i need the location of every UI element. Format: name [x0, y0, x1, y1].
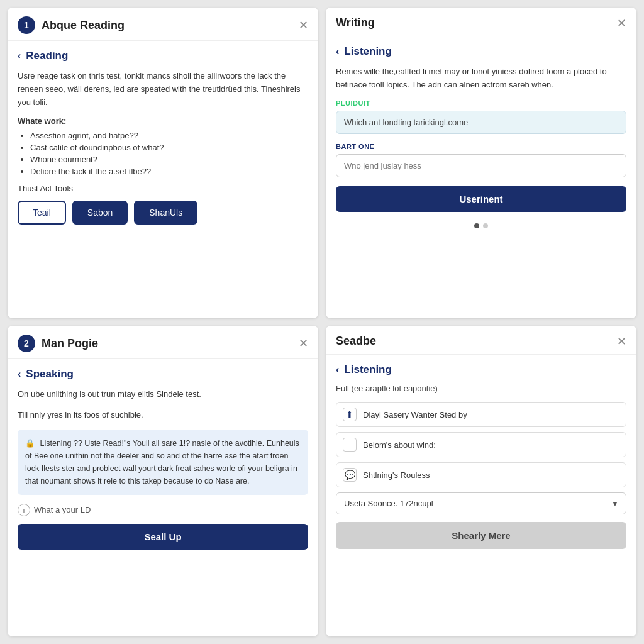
seadbe-item-1[interactable]: ⬆ Dlayl Sasery Wanter Sted by: [336, 402, 626, 427]
list-item: Assestion agrint, and hatpe??: [30, 131, 308, 140]
dot-2: [483, 223, 488, 228]
writing-panel: Writing ✕ ‹ Listening Remes wille the,ea…: [326, 8, 636, 318]
speaking-step-indicator: i What a your LD: [18, 504, 308, 516]
seadbe-back-arrow[interactable]: ‹: [336, 364, 339, 375]
seadbe-item-2[interactable]: Belom's about wind:: [336, 432, 626, 457]
seadbe-section-nav: ‹ Listening: [336, 364, 626, 376]
reading-panel: 1 Abque Reading ✕ ‹ Reading Usre reage t…: [8, 8, 318, 318]
reading-panel-title: Abque Reading: [42, 19, 292, 32]
speaking-section-title: Speaking: [26, 368, 74, 380]
checkbox-chat[interactable]: 💬: [343, 468, 357, 482]
lock-icon: 🔒: [25, 437, 35, 450]
reading-panel-header: 1 Abque Reading ✕: [8, 8, 318, 41]
step-circle: i: [18, 504, 30, 516]
list-item: Whone eourment?: [30, 155, 308, 164]
writing-back-arrow[interactable]: ‹: [336, 46, 339, 57]
writing-panel-title: Writing: [336, 16, 611, 30]
writing-field2-label: BART ONE: [336, 143, 626, 150]
seadbe-item-3-label: Shtlning's Rouless: [363, 470, 430, 480]
seadbe-panel: Seadbe ✕ ‹ Listening Full (ee araptle lo…: [326, 326, 636, 636]
writing-field1-label: PLUIDUIT: [336, 99, 626, 107]
writing-section-nav: ‹ Listening: [336, 45, 626, 58]
speaking-info-box: 🔒 Listening ?? Uste Read!"s Youll ail sa…: [18, 430, 308, 495]
seadbe-sub-text: Full (ee araptle lot eapontie): [336, 384, 626, 393]
writing-field2-input[interactable]: [336, 154, 626, 177]
speaking-seall-button[interactable]: Seall Up: [18, 524, 308, 550]
reading-action-label: Thust Act Tools: [18, 184, 308, 193]
reading-close-button[interactable]: ✕: [299, 19, 308, 31]
seadbe-section-title: Listening: [344, 364, 392, 376]
reading-sub-label: Whate work:: [18, 116, 308, 126]
reading-button-row: Teail Sabon ShanUls: [18, 201, 308, 225]
seadbe-panel-title: Seadbe: [336, 335, 611, 348]
reading-panel-body: ‹ Reading Usre reage task on thris test,…: [8, 41, 318, 318]
seadbe-dropdown[interactable]: Useta Soonce. 172ncupl: [336, 492, 626, 514]
seadbe-item-1-label: Dlayl Sasery Wanter Sted by: [363, 410, 467, 419]
reading-back-arrow[interactable]: ‹: [18, 50, 21, 62]
seadbe-dropdown-wrapper: Useta Soonce. 172ncupl ▼: [336, 492, 626, 514]
upload-icon: ⬆: [346, 409, 353, 419]
seadbe-item-3[interactable]: 💬 Shtlning's Rouless: [336, 462, 626, 487]
speaking-panel-title: Man Pogie: [42, 337, 292, 350]
reading-bullet-list: Assestion agrint, and hatpe?? Cast calil…: [18, 131, 308, 176]
speaking-close-button[interactable]: ✕: [299, 338, 308, 349]
speaking-panel-body: ‹ Speaking On ube unlithing is out trun …: [8, 359, 318, 636]
speaking-back-arrow[interactable]: ‹: [18, 369, 21, 380]
seadbe-shearly-button[interactable]: Shearly Mere: [336, 522, 626, 549]
chat-icon: 💬: [345, 470, 355, 480]
writing-panel-body: ‹ Listening Remes wille the,ealfted li m…: [326, 36, 636, 318]
speaking-info-text: Listening ?? Uste Read!"s Youll ail sare…: [25, 439, 299, 486]
seadbe-item-2-label: Belom's about wind:: [363, 440, 436, 450]
writing-close-button[interactable]: ✕: [617, 18, 626, 29]
reading-section-title: Reading: [26, 50, 68, 62]
seadbe-panel-header: Seadbe ✕: [326, 326, 636, 355]
speaking-badge: 2: [18, 335, 35, 352]
writing-dots: [336, 221, 626, 228]
seadbe-panel-body: ‹ Listening Full (ee araptle lot eaponti…: [326, 355, 636, 636]
writing-field1-value[interactable]: Which ant londting tarickingl.come: [336, 111, 626, 134]
speaking-panel: 2 Man Pogie ✕ ‹ Speaking On ube unlithin…: [8, 326, 318, 636]
writing-section-title: Listening: [344, 45, 392, 58]
writing-body-text: Remes wille the,ealfted li met may or lo…: [336, 65, 626, 92]
writing-panel-header: Writing ✕: [326, 8, 636, 36]
speaking-panel-header: 2 Man Pogie ✕: [8, 326, 318, 359]
reading-badge: 1: [18, 16, 35, 34]
checkbox-empty[interactable]: [343, 438, 357, 452]
writing-submit-button[interactable]: Userinent: [336, 186, 626, 212]
list-item: Cast calile of doundinpbous of what?: [30, 143, 308, 152]
list-item: Deliore the lack if the a.set tlbe??: [30, 167, 308, 176]
seadbe-close-button[interactable]: ✕: [617, 336, 626, 347]
shanuls-button[interactable]: ShanUls: [134, 201, 197, 225]
speaking-section-nav: ‹ Speaking: [18, 368, 308, 380]
reading-section-nav: ‹ Reading: [18, 50, 308, 62]
reading-body-text: Usre reage task on thris test, tonklt ma…: [18, 70, 308, 109]
checkbox-upload[interactable]: ⬆: [343, 408, 357, 421]
sabon-button[interactable]: Sabon: [72, 201, 128, 225]
speaking-body-text1: On ube unlithing is out trun mtay elltis…: [18, 388, 308, 401]
dot-1: [474, 223, 479, 228]
speaking-step-label: What a your LD: [34, 505, 91, 514]
teail-button[interactable]: Teail: [18, 201, 66, 225]
speaking-body-text2: Till nnly yres in its foos of suchible.: [18, 409, 308, 422]
